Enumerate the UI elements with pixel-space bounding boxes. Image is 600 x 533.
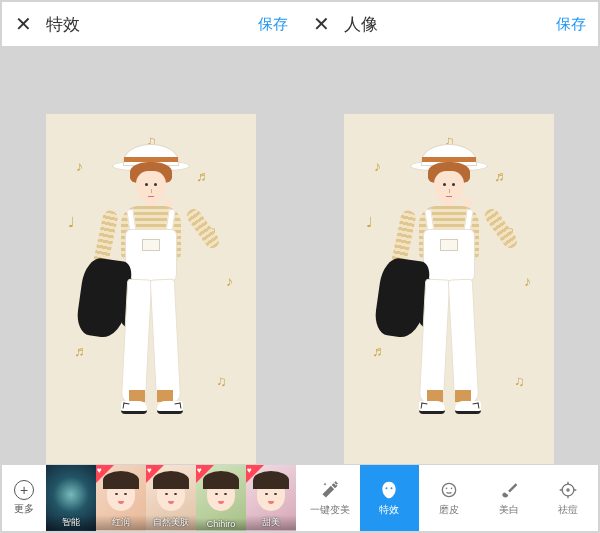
target-icon xyxy=(558,480,578,500)
preview-canvas-left[interactable]: ♫♪♬ ♩♫♪ ♬♫ xyxy=(2,46,300,531)
more-button[interactable]: + 更多 xyxy=(2,465,46,531)
svg-point-0 xyxy=(442,483,455,496)
portrait-tabs: 一键变美 特效 磨皮 美白 祛痘 xyxy=(300,465,598,531)
app-root: ✕ 特效 保存 ♫♪♬ ♩♫♪ ♬♫ xyxy=(0,0,600,533)
tab-beautify[interactable]: 一键变美 xyxy=(300,465,360,531)
page-title: 人像 xyxy=(344,13,378,36)
close-button[interactable]: ✕ xyxy=(312,12,330,36)
filter-thumb-sweet[interactable]: 甜美 xyxy=(246,465,296,531)
smooth-icon xyxy=(439,480,459,500)
tab-acne[interactable]: 祛痘 xyxy=(538,465,598,531)
filter-thumb-strip: 智能 红润 自然美肤 Chihiro xyxy=(46,465,296,531)
filter-thumb-chihiro[interactable]: Chihiro xyxy=(196,465,246,531)
tab-whiten[interactable]: 美白 xyxy=(479,465,539,531)
wand-icon xyxy=(320,480,340,500)
filter-thumb-natural[interactable]: 自然美肤 xyxy=(146,465,196,531)
more-label: 更多 xyxy=(14,502,34,516)
header-right: ✕ 人像 保存 xyxy=(300,2,598,46)
svg-point-4 xyxy=(567,488,570,491)
save-button[interactable]: 保存 xyxy=(258,15,288,34)
pane-effects: ✕ 特效 保存 ♫♪♬ ♩♫♪ ♬♫ xyxy=(2,2,300,531)
plus-icon: + xyxy=(14,480,34,500)
preview-image: ♫♪♬ ♩♫♪ ♬♫ xyxy=(344,114,554,464)
preview-canvas-right[interactable]: ♫♪♬ ♩♫♪ ♬♫ xyxy=(300,46,598,531)
filter-thumb-rosy[interactable]: 红润 xyxy=(96,465,146,531)
header-left: ✕ 特效 保存 xyxy=(2,2,300,46)
pane-portrait: ✕ 人像 保存 ♫♪♬ ♩♫♪ ♬♫ xyxy=(300,2,598,531)
page-title: 特效 xyxy=(46,13,80,36)
brush-icon xyxy=(499,480,519,500)
tab-smooth[interactable]: 磨皮 xyxy=(419,465,479,531)
preview-image: ♫♪♬ ♩♫♪ ♬♫ xyxy=(46,114,256,464)
tab-effects[interactable]: 特效 xyxy=(360,465,420,531)
filter-thumb-smart[interactable]: 智能 xyxy=(46,465,96,531)
save-button[interactable]: 保存 xyxy=(556,15,586,34)
face-icon xyxy=(379,480,399,500)
svg-point-1 xyxy=(446,487,448,489)
bottom-bar-left: + 更多 智能 红润 自然美肤 xyxy=(2,465,300,531)
close-button[interactable]: ✕ xyxy=(14,12,32,36)
bottom-bar-right: 一键变美 特效 磨皮 美白 祛痘 xyxy=(300,465,598,531)
svg-point-2 xyxy=(451,487,453,489)
